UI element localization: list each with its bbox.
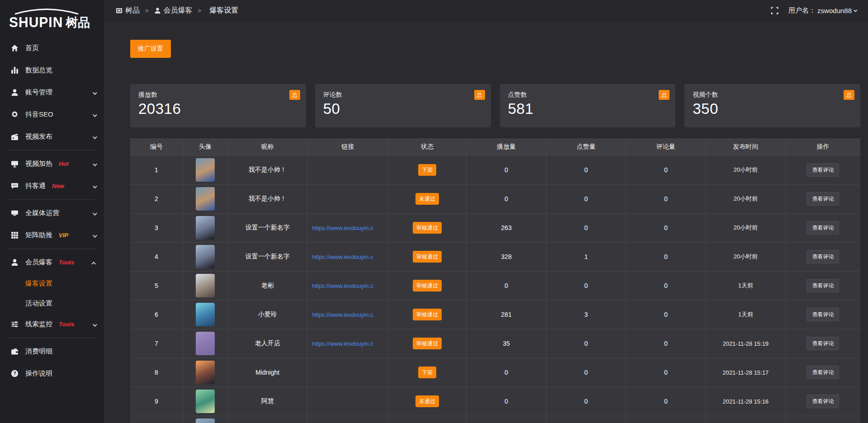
avatar <box>196 158 215 182</box>
grid-icon <box>11 231 19 239</box>
col-header-actions: 操作 <box>785 138 860 155</box>
cell-link[interactable]: https://www.iesdouyin.c <box>307 213 388 242</box>
status-button[interactable]: 下架 <box>418 367 436 378</box>
cell-time: 2021-11-28 15:17 <box>706 358 785 387</box>
sidebar-item-video-publish[interactable]: 视频发布 <box>0 126 104 148</box>
sidebar-item-omnimedia[interactable]: 全媒体运营 <box>0 202 104 224</box>
sidebar-item-member-baoke[interactable]: 会员爆客 Tools <box>0 251 104 273</box>
logo-text-en: SHUPIN <box>9 14 63 30</box>
sidebar-item-home[interactable]: 首页 <box>0 37 104 59</box>
sidebar-item-douyin-seo[interactable]: 抖音SEO <box>0 103 104 126</box>
sidebar-item-data-overview[interactable]: 数据总览 <box>0 59 104 81</box>
status-button[interactable]: 未通过 <box>415 193 439 205</box>
view-comments-button[interactable]: 查看评论 <box>807 395 839 408</box>
sidebar-item-clue-monitor[interactable]: 线索监控 Tools <box>0 313 104 335</box>
cell-time: 2021-11-28 15:19 <box>706 329 785 358</box>
cell-link[interactable] <box>307 416 388 423</box>
question-icon: ? <box>11 370 19 377</box>
cell-link[interactable]: https://www.iesdouyin.c <box>307 242 388 271</box>
col-header-time: 发布时间 <box>706 138 785 155</box>
col-header-status: 状态 <box>388 138 466 155</box>
cell-time: 1天前 <box>706 271 785 300</box>
sidebar-subitem-activity-settings[interactable]: 活动设置 <box>0 293 104 313</box>
cell-nickname: 阿慧 <box>228 387 307 416</box>
cell-link[interactable]: https://www.iesdouyin.c <box>307 271 388 300</box>
avatar <box>196 216 215 240</box>
cell-id: 3 <box>130 213 183 242</box>
status-button[interactable]: 审核通过 <box>413 338 442 349</box>
fullscreen-icon[interactable] <box>771 7 778 14</box>
view-comments-button[interactable]: 查看评论 <box>807 279 839 292</box>
status-button[interactable]: 审核通过 <box>413 222 442 234</box>
table-row: 9 阿慧 未通过 0 0 0 2021-11-28 15:16 查看评论 <box>130 387 860 416</box>
app-root: SHUPIN 树品 首页 数据总览 账号管理 <box>0 0 868 423</box>
cell-plays: 0 <box>467 271 546 300</box>
view-comments-button[interactable]: 查看评论 <box>807 163 839 177</box>
breadcrumb-item-member-baoke[interactable]: 会员爆客 <box>154 6 193 15</box>
cell-link[interactable] <box>307 387 388 416</box>
cell-likes: 0 <box>546 271 626 300</box>
view-comments-button[interactable]: 查看评论 <box>807 221 839 235</box>
sidebar-item-account-mgmt[interactable]: 账号管理 <box>0 81 104 103</box>
table-row <box>130 416 860 423</box>
svg-text:?: ? <box>13 371 16 376</box>
user-menu[interactable]: 用户名： zswodun88 <box>788 6 856 15</box>
sidebar-subitem-baoke-settings[interactable]: 爆客设置 <box>0 273 104 293</box>
sidebar-item-help[interactable]: ? 操作说明 <box>0 362 104 385</box>
tools-badge: Tools <box>59 259 74 266</box>
sidebar-item-expense-detail[interactable]: 消费明细 <box>0 340 104 362</box>
view-comments-button[interactable]: 查看评论 <box>807 337 839 350</box>
promo-settings-button[interactable]: 推广设置 <box>130 40 171 58</box>
stat-cards: 播放数 20316 总 评论数 50 总 点赞数 581 总 视频个数 350 <box>130 84 860 127</box>
status-button[interactable]: 审核通过 <box>413 309 442 320</box>
logo: SHUPIN 树品 <box>0 5 104 37</box>
avatar <box>196 390 215 413</box>
cell-link[interactable] <box>307 358 388 387</box>
sidebar-item-video-heat[interactable]: 视频加热 Hot <box>0 153 104 175</box>
username-label: 用户名： <box>788 6 816 15</box>
cell-actions <box>785 416 860 423</box>
col-header-avatar: 头像 <box>183 138 227 155</box>
status-button[interactable]: 审核通过 <box>413 280 442 291</box>
chevron-down-icon <box>93 182 96 190</box>
user-icon <box>154 7 161 14</box>
col-header-comments: 评论量 <box>626 138 706 155</box>
cell-likes: 1 <box>546 242 626 271</box>
cell-actions: 查看评论 <box>785 155 860 184</box>
cell-plays: 0 <box>467 387 546 416</box>
status-button[interactable]: 未通过 <box>415 395 439 407</box>
cell-plays: 281 <box>467 300 546 329</box>
cell-link[interactable] <box>307 155 388 184</box>
cell-nickname: 我不是小帅！ <box>228 184 307 213</box>
cell-avatar <box>183 184 227 213</box>
stat-value: 350 <box>693 100 852 118</box>
sidebar-item-matrix-boost[interactable]: 矩阵助推 VIP <box>0 224 104 246</box>
breadcrumb-item-shupin[interactable]: 树品 <box>116 6 140 15</box>
table-row: 8 Midnight 下架 0 0 0 2021-11-28 15:17 查看评… <box>130 358 860 387</box>
username-value: zswodun88 <box>817 7 852 14</box>
view-comments-button[interactable]: 查看评论 <box>807 250 839 263</box>
view-comments-button[interactable]: 查看评论 <box>807 366 839 379</box>
status-button[interactable]: 下架 <box>418 164 436 176</box>
cell-link[interactable] <box>307 184 388 213</box>
cell-comments <box>626 416 706 423</box>
cell-link[interactable]: https://www.iesdouyin.c <box>307 329 388 358</box>
cell-link[interactable]: https://www.iesdouyin.c <box>307 300 388 329</box>
status-button[interactable]: 审核通过 <box>413 251 442 263</box>
sidebar-item-label: 抖音SEO <box>25 110 53 119</box>
chevron-down-icon <box>93 133 96 141</box>
cell-comments: 0 <box>626 242 706 271</box>
cell-likes <box>546 416 626 423</box>
avatar <box>196 332 215 355</box>
view-comments-button[interactable]: 查看评论 <box>807 308 839 321</box>
cell-avatar <box>183 387 227 416</box>
cell-time: 20小时前 <box>706 213 785 242</box>
total-badge: 总 <box>289 90 300 100</box>
app-icon <box>116 7 123 14</box>
cell-comments: 0 <box>626 358 706 387</box>
chevron-down-icon <box>93 160 96 168</box>
sidebar-item-douketong[interactable]: 抖客通 New <box>0 175 104 197</box>
avatar <box>196 274 215 297</box>
view-comments-button[interactable]: 查看评论 <box>807 192 839 206</box>
sidebar-item-label: 操作说明 <box>25 369 52 378</box>
